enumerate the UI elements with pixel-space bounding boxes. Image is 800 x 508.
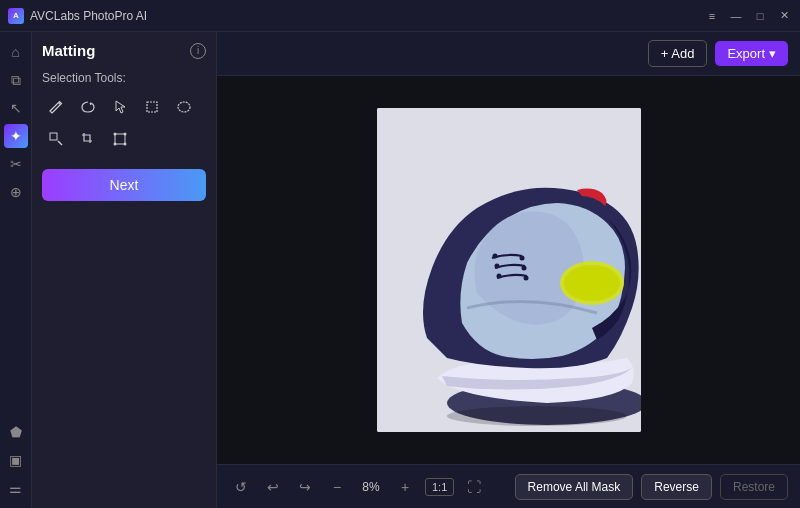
cutout-icon[interactable]: ✂: [4, 152, 28, 176]
content-area: + Add Export ▾: [217, 32, 800, 508]
canvas-area: [217, 76, 800, 464]
paint-icon[interactable]: ⬟: [4, 420, 28, 444]
svg-point-13: [564, 265, 620, 301]
zoom-controls: ↺ ↩ ↪ − 8% + 1:1 ⛶: [229, 475, 486, 499]
crop-tool[interactable]: [74, 125, 102, 153]
rect-select-tool[interactable]: [138, 93, 166, 121]
svg-point-2: [178, 102, 190, 112]
menu-icon[interactable]: ≡: [704, 8, 720, 24]
title-bar: A AVCLabs PhotoPro AI ≡ — □ ✕: [0, 0, 800, 32]
svg-point-14: [492, 254, 497, 259]
export-button[interactable]: Export ▾: [715, 41, 788, 66]
panel-header: Matting i: [42, 42, 206, 59]
svg-rect-5: [115, 134, 125, 144]
zoom-fit-button[interactable]: 1:1: [425, 478, 454, 496]
svg-rect-1: [147, 102, 157, 112]
svg-point-18: [496, 274, 501, 279]
svg-line-4: [58, 141, 62, 145]
zoom-out-button[interactable]: −: [325, 475, 349, 499]
svg-rect-3: [50, 133, 57, 140]
selection-tools-label: Selection Tools:: [42, 71, 206, 85]
top-bar: + Add Export ▾: [217, 32, 800, 76]
image-container: [377, 108, 641, 432]
svg-point-7: [124, 133, 127, 136]
app-title-group: A AVCLabs PhotoPro AI: [8, 8, 147, 24]
svg-point-9: [124, 143, 127, 146]
svg-point-17: [521, 266, 526, 271]
layers-icon[interactable]: ⧉: [4, 68, 28, 92]
svg-point-15: [519, 256, 524, 261]
reverse-button[interactable]: Reverse: [641, 474, 712, 500]
cursor-icon[interactable]: ↖: [4, 96, 28, 120]
next-button[interactable]: Next: [42, 169, 206, 201]
stamp-icon[interactable]: ▣: [4, 448, 28, 472]
svg-point-16: [494, 264, 499, 269]
shoe-image: [377, 108, 641, 432]
zoom-value: 8%: [357, 480, 385, 494]
settings-icon[interactable]: ⚌: [4, 476, 28, 500]
side-panel: Matting i Selection Tools:: [32, 32, 217, 508]
restore-button[interactable]: Restore: [720, 474, 788, 500]
svg-point-20: [447, 406, 627, 426]
undo-button[interactable]: ↩: [261, 475, 285, 499]
info-button[interactable]: i: [190, 43, 206, 59]
home-icon[interactable]: ⌂: [4, 40, 28, 64]
ellipse-select-tool[interactable]: [170, 93, 198, 121]
reset-zoom-button[interactable]: ↺: [229, 475, 253, 499]
svg-point-19: [523, 276, 528, 281]
main-layout: ⌂ ⧉ ↖ ✦ ✂ ⊕ ⬟ ▣ ⚌ Matting i Selection To…: [0, 32, 800, 508]
bottom-actions: Remove All Mask Reverse Restore: [515, 474, 788, 500]
add-button[interactable]: + Add: [648, 40, 708, 67]
minimize-button[interactable]: —: [728, 8, 744, 24]
tools-grid: [42, 93, 206, 153]
close-button[interactable]: ✕: [776, 8, 792, 24]
svg-point-0: [59, 103, 61, 105]
app-name: AVCLabs PhotoPro AI: [30, 9, 147, 23]
bottom-bar: ↺ ↩ ↪ − 8% + 1:1 ⛶ Remove All Mask Rever…: [217, 464, 800, 508]
pen-tool[interactable]: [42, 93, 70, 121]
svg-point-8: [114, 143, 117, 146]
window-controls: ≡ — □ ✕: [704, 8, 792, 24]
svg-point-6: [114, 133, 117, 136]
app-icon: A: [8, 8, 24, 24]
fullscreen-button[interactable]: ⛶: [462, 475, 486, 499]
remove-all-mask-button[interactable]: Remove All Mask: [515, 474, 634, 500]
transform-tool[interactable]: [106, 125, 134, 153]
maximize-button[interactable]: □: [752, 8, 768, 24]
pointer-tool[interactable]: [106, 93, 134, 121]
plugin-icon[interactable]: ⊕: [4, 180, 28, 204]
panel-title: Matting: [42, 42, 95, 59]
redo-button[interactable]: ↪: [293, 475, 317, 499]
lasso-tool[interactable]: [74, 93, 102, 121]
zoom-in-button[interactable]: +: [393, 475, 417, 499]
icon-strip: ⌂ ⧉ ↖ ✦ ✂ ⊕ ⬟ ▣ ⚌: [0, 32, 32, 508]
matting-icon[interactable]: ✦: [4, 124, 28, 148]
magic-wand-tool[interactable]: [42, 125, 70, 153]
